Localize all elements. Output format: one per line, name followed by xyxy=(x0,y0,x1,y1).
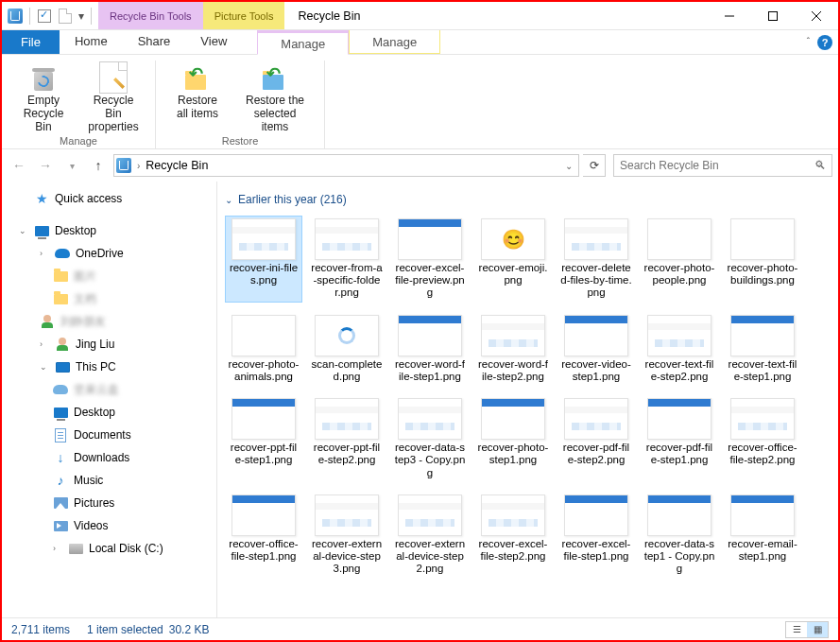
sidebar-item-this-pc[interactable]: ⌄This PC xyxy=(2,356,216,378)
file-item[interactable]: recover-data-step3 - Copy.png xyxy=(391,395,469,482)
qat-dropdown-icon[interactable]: ▾ xyxy=(77,7,86,26)
file-item[interactable]: recover-ppt-file-step2.png xyxy=(308,395,386,482)
recycle-bin-properties-button[interactable]: Recycle Bin properties xyxy=(79,61,147,135)
file-item[interactable]: recover-photo-people.png xyxy=(641,216,718,303)
file-item[interactable]: recover-email-step1.png xyxy=(724,492,801,579)
file-name: recover-photo-animals.png xyxy=(228,358,300,383)
sidebar-item-onedrive[interactable]: ›OneDrive xyxy=(2,242,216,265)
forward-button[interactable]: → xyxy=(34,154,57,177)
tab-manage-picture[interactable]: Manage xyxy=(349,30,440,54)
file-name: recover-photo-buildings.png xyxy=(727,262,798,286)
file-item[interactable]: recover-office-file-step2.png xyxy=(724,395,801,482)
back-button[interactable]: ← xyxy=(8,154,30,177)
restore-selected-items-button[interactable]: ↶ Restore the selected items xyxy=(233,61,317,135)
minimize-button[interactable] xyxy=(708,2,751,29)
sidebar-item-desktop2[interactable]: Desktop xyxy=(2,401,216,424)
file-thumbnail xyxy=(481,398,545,440)
file-item[interactable]: recover-from-a-specific-folder.png xyxy=(308,216,386,303)
file-item[interactable]: recover-ini-files.png xyxy=(225,216,302,303)
tab-share[interactable]: Share xyxy=(123,30,186,54)
file-thumbnail: 😊 xyxy=(481,218,545,260)
sidebar-item-folder[interactable]: 图片 xyxy=(2,265,216,287)
file-item[interactable]: recover-excel-file-preview.png xyxy=(391,216,469,303)
up-button[interactable]: ↑ xyxy=(87,154,110,177)
sidebar-item-jing-liu[interactable]: ›Jing Liu xyxy=(2,333,216,356)
file-thumbnail xyxy=(564,398,628,440)
file-item[interactable]: recover-excel-file-step1.png xyxy=(557,492,635,579)
sidebar-item-desktop[interactable]: ⌄Desktop xyxy=(2,219,216,242)
sidebar-item-pictures[interactable]: Pictures xyxy=(2,492,216,514)
file-item[interactable]: recover-word-file-step1.png xyxy=(391,312,469,386)
status-item-count: 2,711 items xyxy=(11,623,70,636)
sidebar-item-obscured[interactable]: 坚果云盘 xyxy=(2,378,216,401)
file-item[interactable]: recover-photo-buildings.png xyxy=(724,216,801,303)
search-box[interactable]: 🔍︎ xyxy=(613,154,832,177)
recent-locations-dropdown[interactable]: ▾ xyxy=(60,154,83,177)
sidebar-item-user[interactable]: 刘静朋友 xyxy=(2,310,216,333)
titlebar: ▾ Recycle Bin Tools Picture Tools Recycl… xyxy=(2,2,838,30)
sidebar-item-videos[interactable]: Videos xyxy=(2,514,216,537)
sidebar-item-folder[interactable]: 文档 xyxy=(2,287,216,310)
sidebar-item-downloads[interactable]: ↓Downloads xyxy=(2,446,216,469)
file-item[interactable]: recover-pdf-file-step1.png xyxy=(641,395,718,482)
file-item[interactable]: recover-excel-file-step2.png xyxy=(474,492,552,579)
tab-manage-recycle[interactable]: Manage xyxy=(257,30,349,55)
search-icon[interactable]: 🔍︎ xyxy=(814,159,826,172)
file-name: recover-office-file-step1.png xyxy=(228,538,300,563)
file-name: recover-word-file-step2.png xyxy=(477,358,549,383)
chevron-right-icon[interactable]: › xyxy=(137,161,140,171)
qat-newfile-icon[interactable] xyxy=(56,7,75,26)
file-name: recover-emoji.png xyxy=(477,262,549,286)
file-list[interactable]: ⌄ Earlier this year (216) recover-ini-fi… xyxy=(217,182,838,617)
view-icons-button[interactable]: ▦ xyxy=(807,622,828,637)
file-thumbnail xyxy=(231,495,296,536)
tab-file[interactable]: File xyxy=(2,30,60,54)
file-item[interactable]: recover-deleted-files-by-time.png xyxy=(557,216,635,303)
restore-all-items-button[interactable]: ↶ Restore all items xyxy=(163,61,231,135)
tab-home[interactable]: Home xyxy=(60,30,123,54)
address-bar[interactable]: › Recycle Bin ⌄ xyxy=(113,154,579,177)
sidebar-item-quick-access[interactable]: ★Quick access xyxy=(2,187,216,210)
file-name: recover-ppt-file-step1.png xyxy=(228,442,300,466)
file-item[interactable]: recover-external-device-step2.png xyxy=(391,492,469,579)
file-thumbnail xyxy=(730,315,795,356)
file-item[interactable]: recover-office-file-step1.png xyxy=(225,492,302,579)
view-details-button[interactable]: ☰ xyxy=(786,622,807,637)
file-item[interactable]: recover-ppt-file-step1.png xyxy=(225,395,302,482)
sidebar-item-local-disk[interactable]: ›Local Disk (C:) xyxy=(2,537,216,560)
refresh-button[interactable]: ⟳ xyxy=(583,154,606,177)
file-item[interactable]: recover-text-file-step2.png xyxy=(641,312,718,386)
file-item[interactable]: recover-text-file-step1.png xyxy=(724,312,801,386)
file-thumbnail xyxy=(481,495,545,536)
file-item[interactable]: recover-pdf-file-step2.png xyxy=(557,395,635,482)
navigation-pane[interactable]: ★Quick access ⌄Desktop ›OneDrive 图片 文档 刘… xyxy=(2,182,217,617)
collapse-ribbon-icon[interactable]: ˆ xyxy=(807,37,810,47)
qat-checkbox-icon[interactable] xyxy=(35,7,54,26)
tab-view[interactable]: View xyxy=(185,30,242,54)
file-item[interactable]: recover-video-step1.png xyxy=(557,312,635,386)
sidebar-item-documents[interactable]: Documents xyxy=(2,424,216,446)
file-item[interactable]: recover-data-step1 - Copy.png xyxy=(641,492,718,579)
collapse-group-icon[interactable]: ⌄ xyxy=(225,195,232,205)
file-thumbnail xyxy=(315,495,379,536)
sidebar-item-music[interactable]: ♪Music xyxy=(2,469,216,492)
help-icon[interactable]: ? xyxy=(817,35,832,50)
file-item[interactable]: scan-completed.png xyxy=(308,312,386,386)
ribbon-group-manage: Empty Recycle Bin Recycle Bin properties… xyxy=(2,61,156,148)
location-icon xyxy=(116,158,131,173)
group-header[interactable]: ⌄ Earlier this year (216) xyxy=(225,193,827,206)
maximize-button[interactable] xyxy=(751,2,795,29)
file-item[interactable]: recover-photo-animals.png xyxy=(225,312,302,386)
close-button[interactable] xyxy=(795,2,838,29)
file-item[interactable]: recover-word-file-step2.png xyxy=(474,312,552,386)
empty-recycle-bin-button[interactable]: Empty Recycle Bin xyxy=(9,61,77,135)
file-item[interactable]: 😊recover-emoji.png xyxy=(474,216,552,303)
search-input[interactable] xyxy=(620,159,814,172)
address-dropdown-icon[interactable]: ⌄ xyxy=(565,161,573,171)
file-item[interactable]: recover-external-device-step3.png xyxy=(308,492,386,579)
file-name: recover-external-device-step3.png xyxy=(311,538,383,576)
file-item[interactable]: recover-photo-step1.png xyxy=(474,395,552,482)
breadcrumb[interactable]: Recycle Bin xyxy=(146,159,208,172)
file-name: recover-word-file-step1.png xyxy=(394,358,466,383)
recycle-bin-icon xyxy=(6,7,25,26)
